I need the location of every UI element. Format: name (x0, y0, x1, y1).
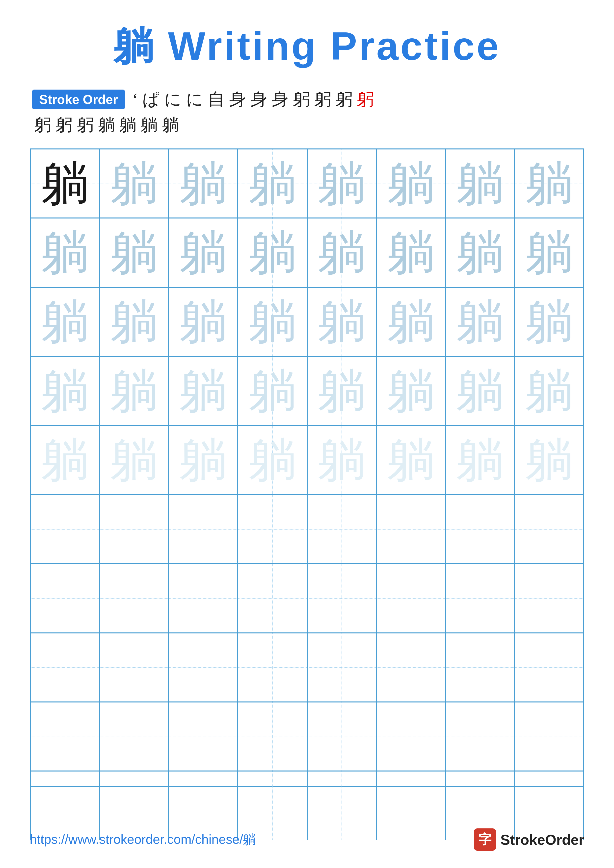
grid-cell-4-3[interactable]: 躺 (238, 426, 307, 494)
grid-cell-2-3[interactable]: 躺 (238, 287, 307, 356)
grid-char: 躺 (41, 298, 89, 345)
grid-cell-0-2[interactable]: 躺 (169, 149, 238, 218)
grid-cell-1-5[interactable]: 躺 (376, 218, 445, 287)
grid-cell-5-5[interactable] (376, 494, 445, 564)
grid-cell-8-2[interactable] (169, 702, 238, 771)
grid-cell-4-2[interactable]: 躺 (169, 426, 238, 494)
grid-char: 躺 (318, 229, 365, 276)
grid-cell-2-6[interactable]: 躺 (445, 287, 515, 356)
grid-cell-6-0[interactable] (30, 564, 99, 633)
grid-cell-0-4[interactable]: 躺 (307, 149, 376, 218)
grid-cell-2-0[interactable]: 躺 (30, 287, 99, 356)
grid-cell-7-3[interactable] (238, 633, 307, 702)
grid-cell-5-3[interactable] (238, 494, 307, 564)
grid-cell-1-7[interactable]: 躺 (515, 218, 584, 287)
grid-char: 躺 (180, 437, 227, 484)
footer-logo-char: 字 (479, 831, 491, 848)
grid-cell-3-6[interactable]: 躺 (445, 356, 515, 425)
practice-grid: 躺躺躺躺躺躺躺躺躺躺躺躺躺躺躺躺躺躺躺躺躺躺躺躺躺躺躺躺躺躺躺躺躺躺躺躺躺躺躺躺 (30, 149, 584, 787)
grid-cell-1-0[interactable]: 躺 (30, 218, 99, 287)
grid-cell-4-0[interactable]: 躺 (30, 426, 99, 494)
grid-cell-3-7[interactable]: 躺 (515, 356, 584, 425)
grid-cell-3-0[interactable]: 躺 (30, 356, 99, 425)
grid-cell-5-7[interactable] (515, 494, 584, 564)
grid-cell-4-7[interactable]: 躺 (515, 426, 584, 494)
grid-cell-6-6[interactable] (445, 564, 515, 633)
grid-char: 躺 (180, 367, 227, 414)
grid-cell-7-7[interactable] (515, 633, 584, 702)
grid-cell-0-7[interactable]: 躺 (515, 149, 584, 218)
grid-cell-0-1[interactable]: 躺 (99, 149, 168, 218)
footer: https://www.strokeorder.com/chinese/躺 字 … (30, 828, 584, 851)
stroke-char-2: ぱ (142, 88, 160, 111)
grid-cell-6-5[interactable] (376, 564, 445, 633)
grid-cell-1-2[interactable]: 躺 (169, 218, 238, 287)
grid-cell-5-1[interactable] (99, 494, 168, 564)
grid-cell-0-3[interactable]: 躺 (238, 149, 307, 218)
stroke-char-17: 躺 (120, 113, 136, 136)
grid-cell-8-7[interactable] (515, 702, 584, 771)
grid-cell-5-0[interactable] (30, 494, 99, 564)
grid-cell-0-0[interactable]: 躺 (30, 149, 99, 218)
grid-cell-6-7[interactable] (515, 564, 584, 633)
grid-cell-4-6[interactable]: 躺 (445, 426, 515, 494)
grid-cell-1-6[interactable]: 躺 (445, 218, 515, 287)
grid-cell-1-4[interactable]: 躺 (307, 218, 376, 287)
grid-cell-6-1[interactable] (99, 564, 168, 633)
grid-char: 躺 (457, 437, 504, 484)
grid-cell-5-4[interactable] (307, 494, 376, 564)
grid-cell-8-6[interactable] (445, 702, 515, 771)
grid-cell-3-3[interactable]: 躺 (238, 356, 307, 425)
grid-cell-0-5[interactable]: 躺 (376, 149, 445, 218)
grid-cell-2-7[interactable]: 躺 (515, 287, 584, 356)
grid-cell-5-2[interactable] (169, 494, 238, 564)
stroke-char-9: 躬 (293, 88, 310, 111)
grid-cell-8-3[interactable] (238, 702, 307, 771)
grid-char: 躺 (249, 298, 296, 345)
grid-char: 躺 (457, 229, 504, 276)
grid-cell-7-5[interactable] (376, 633, 445, 702)
grid-char: 躺 (41, 229, 89, 276)
grid-cell-1-1[interactable]: 躺 (99, 218, 168, 287)
grid-char: 躺 (180, 160, 227, 207)
grid-cell-7-1[interactable] (99, 633, 168, 702)
grid-cell-7-6[interactable] (445, 633, 515, 702)
grid-cell-4-4[interactable]: 躺 (307, 426, 376, 494)
grid-char: 躺 (180, 298, 227, 345)
grid-cell-8-4[interactable] (307, 702, 376, 771)
grid-char: 躺 (180, 229, 227, 276)
grid-cell-5-6[interactable] (445, 494, 515, 564)
grid-cell-0-6[interactable]: 躺 (445, 149, 515, 218)
stroke-char-16: 躺 (98, 113, 115, 136)
grid-cell-8-1[interactable] (99, 702, 168, 771)
stroke-char-18: 躺 (141, 113, 157, 136)
grid-cell-6-4[interactable] (307, 564, 376, 633)
grid-cell-2-5[interactable]: 躺 (376, 287, 445, 356)
stroke-char-5: 自 (208, 88, 225, 111)
grid-cell-8-5[interactable] (376, 702, 445, 771)
grid-char: 躺 (249, 229, 296, 276)
stroke-char-6: 身 (229, 88, 246, 111)
grid-cell-7-0[interactable] (30, 633, 99, 702)
grid-cell-8-0[interactable] (30, 702, 99, 771)
grid-cell-2-4[interactable]: 躺 (307, 287, 376, 356)
grid-char: 躺 (41, 437, 89, 484)
grid-cell-3-5[interactable]: 躺 (376, 356, 445, 425)
grid-cell-7-4[interactable] (307, 633, 376, 702)
grid-cell-6-2[interactable] (169, 564, 238, 633)
stroke-char-19: 躺 (162, 113, 179, 136)
stroke-char-7: 身 (250, 88, 267, 111)
grid-cell-3-1[interactable]: 躺 (99, 356, 168, 425)
grid-cell-6-3[interactable] (238, 564, 307, 633)
grid-cell-3-4[interactable]: 躺 (307, 356, 376, 425)
grid-cell-3-2[interactable]: 躺 (169, 356, 238, 425)
grid-cell-1-3[interactable]: 躺 (238, 218, 307, 287)
grid-char: 躺 (41, 160, 89, 207)
grid-cell-2-1[interactable]: 躺 (99, 287, 168, 356)
grid-cell-4-1[interactable]: 躺 (99, 426, 168, 494)
grid-cell-4-5[interactable]: 躺 (376, 426, 445, 494)
stroke-order-line1: Stroke Order ‘ ぱ に に 自 身 身 身 躬 躬 躬 躬 (32, 88, 584, 111)
grid-cell-2-2[interactable]: 躺 (169, 287, 238, 356)
grid-cell-7-2[interactable] (169, 633, 238, 702)
grid-char: 躺 (110, 367, 157, 414)
